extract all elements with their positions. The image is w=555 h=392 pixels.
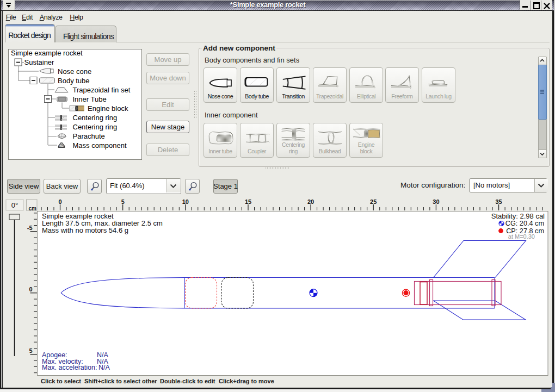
svg-text:Max. acceleration:: Max. acceleration:	[42, 364, 97, 371]
svg-text:-5: -5	[27, 225, 33, 231]
svg-text:0: 0	[29, 286, 32, 293]
svg-text:N/A: N/A	[98, 364, 110, 371]
svg-text:35: 35	[495, 198, 502, 205]
svg-text:at M=0.30: at M=0.30	[508, 233, 535, 240]
svg-text:Nose cone: Nose cone	[58, 67, 91, 76]
svg-text:Simple example rocket: Simple example rocket	[11, 49, 83, 57]
svg-text:20: 20	[307, 198, 314, 205]
svg-text:5: 5	[29, 347, 32, 354]
svg-text:0: 0	[58, 198, 61, 205]
svg-text:10: 10	[182, 198, 189, 205]
svg-text:Centering ring: Centering ring	[73, 123, 118, 131]
svg-text:Parachute: Parachute	[73, 132, 105, 140]
svg-text:Sustainer: Sustainer	[24, 58, 55, 66]
svg-text:Mass with no motors 54.6 g: Mass with no motors 54.6 g	[42, 226, 128, 234]
svg-text:Inner Tube: Inner Tube	[73, 95, 107, 103]
svg-text:cm: cm	[29, 206, 37, 211]
svg-text:Body tube: Body tube	[58, 77, 90, 85]
svg-text:CG: 20.4 cm: CG: 20.4 cm	[505, 220, 544, 227]
svg-text:KG: KG	[60, 145, 64, 147]
svg-text:15: 15	[245, 198, 251, 205]
svg-text:0°: 0°	[11, 201, 18, 209]
svg-text:30: 30	[433, 198, 439, 205]
svg-text:25: 25	[370, 198, 377, 205]
svg-text:Mass component: Mass component	[73, 141, 127, 150]
svg-text:Trapezoidal fin set: Trapezoidal fin set	[73, 86, 131, 94]
svg-text:Centering ring: Centering ring	[73, 114, 118, 122]
svg-text:Stability: 2.98 cal: Stability: 2.98 cal	[491, 212, 545, 220]
svg-text:5: 5	[121, 198, 125, 205]
svg-text:Engine block: Engine block	[88, 104, 128, 113]
